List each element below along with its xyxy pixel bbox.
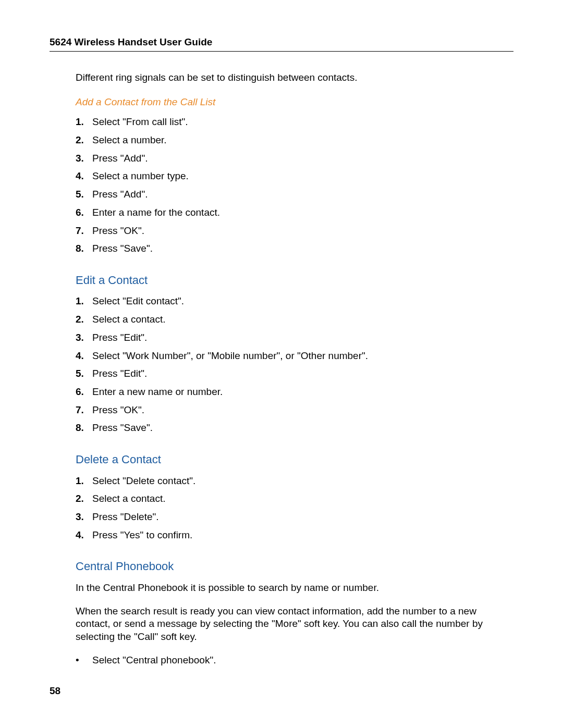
list-item: 2.Select a contact.	[76, 313, 508, 326]
step-number: 2.	[76, 313, 92, 326]
step-text: Select a number type.	[92, 170, 189, 183]
content-area: Different ring signals can be set to dis…	[76, 71, 508, 667]
step-number: 1.	[76, 295, 92, 308]
section-heading-edit-contact: Edit a Contact	[76, 273, 508, 288]
section-heading-add-contact: Add a Contact from the Call List	[76, 96, 508, 109]
list-item: 2.Select a contact.	[76, 492, 508, 505]
step-text: Press "Delete".	[92, 511, 159, 524]
step-text: Press "Save".	[92, 242, 153, 255]
list-item: 4.Select a number type.	[76, 170, 508, 183]
step-text: Select "Edit contact".	[92, 295, 184, 308]
step-number: 4.	[76, 170, 92, 183]
list-item: 3.Press "Edit".	[76, 331, 508, 344]
step-number: 3.	[76, 511, 92, 524]
list-item: 3.Press "Add".	[76, 152, 508, 165]
step-text: Press "OK".	[92, 404, 144, 417]
list-item: 3.Press "Delete".	[76, 511, 508, 524]
step-text: Select "Work Number", or "Mobile number"…	[92, 350, 368, 363]
step-text: Select a number.	[92, 134, 167, 147]
step-number: 1.	[76, 116, 92, 129]
step-number: 6.	[76, 386, 92, 399]
step-number: 4.	[76, 350, 92, 363]
step-number: 7.	[76, 404, 92, 417]
step-number: 6.	[76, 206, 92, 219]
step-text: Press "Yes" to confirm.	[92, 529, 192, 542]
header-rule	[50, 51, 513, 52]
step-text: Press "Edit".	[92, 367, 147, 380]
list-item: 8.Press "Save".	[76, 422, 508, 435]
steps-add-contact: 1.Select "From call list". 2.Select a nu…	[76, 116, 508, 255]
step-text: Press "Save".	[92, 422, 153, 435]
intro-text: Different ring signals can be set to dis…	[76, 71, 508, 84]
steps-delete-contact: 1.Select "Delete contact". 2.Select a co…	[76, 475, 508, 542]
list-item: 6.Enter a name for the contact.	[76, 206, 508, 219]
step-text: Enter a name for the contact.	[92, 206, 220, 219]
list-item: •Select "Central phonebook".	[76, 654, 508, 667]
step-number: 3.	[76, 152, 92, 165]
list-item: 4.Select "Work Number", or "Mobile numbe…	[76, 350, 508, 363]
bullets-central-phonebook: •Select "Central phonebook".	[76, 654, 508, 667]
step-number: 7.	[76, 225, 92, 238]
central-phonebook-para1: In the Central Phonebook it is possible …	[76, 582, 508, 595]
page: 5624 Wireless Handset User Guide Differe…	[0, 0, 563, 728]
step-number: 2.	[76, 492, 92, 505]
step-number: 2.	[76, 134, 92, 147]
section-heading-central-phonebook: Central Phonebook	[76, 559, 508, 574]
list-item: 7.Press "OK".	[76, 404, 508, 417]
step-text: Press "Edit".	[92, 331, 147, 344]
step-number: 8.	[76, 422, 92, 435]
list-item: 5.Press "Add".	[76, 188, 508, 201]
step-text: Enter a new name or number.	[92, 386, 223, 399]
step-number: 5.	[76, 367, 92, 380]
step-number: 5.	[76, 188, 92, 201]
list-item: 1.Select "Delete contact".	[76, 475, 508, 488]
steps-edit-contact: 1.Select "Edit contact". 2.Select a cont…	[76, 295, 508, 435]
step-number: 1.	[76, 475, 92, 488]
step-text: Press "OK".	[92, 225, 144, 238]
list-item: 5.Press "Edit".	[76, 367, 508, 380]
step-text: Select a contact.	[92, 313, 165, 326]
step-number: 8.	[76, 242, 92, 255]
step-text: Select a contact.	[92, 492, 165, 505]
bullet-text: Select "Central phonebook".	[92, 654, 216, 667]
step-text: Select "From call list".	[92, 116, 188, 129]
step-text: Press "Add".	[92, 152, 148, 165]
header-title: 5624 Wireless Handset User Guide	[50, 36, 513, 48]
list-item: 1.Select "From call list".	[76, 116, 508, 129]
central-phonebook-para2: When the search result is ready you can …	[76, 605, 508, 644]
bullet-dot: •	[76, 654, 92, 667]
list-item: 2.Select a number.	[76, 134, 508, 147]
step-number: 4.	[76, 529, 92, 542]
step-text: Select "Delete contact".	[92, 475, 195, 488]
list-item: 1.Select "Edit contact".	[76, 295, 508, 308]
list-item: 7.Press "OK".	[76, 225, 508, 238]
list-item: 4.Press "Yes" to confirm.	[76, 529, 508, 542]
list-item: 6.Enter a new name or number.	[76, 386, 508, 399]
step-number: 3.	[76, 331, 92, 344]
page-number: 58	[50, 685, 60, 697]
section-heading-delete-contact: Delete a Contact	[76, 452, 508, 467]
step-text: Press "Add".	[92, 188, 148, 201]
list-item: 8.Press "Save".	[76, 242, 508, 255]
